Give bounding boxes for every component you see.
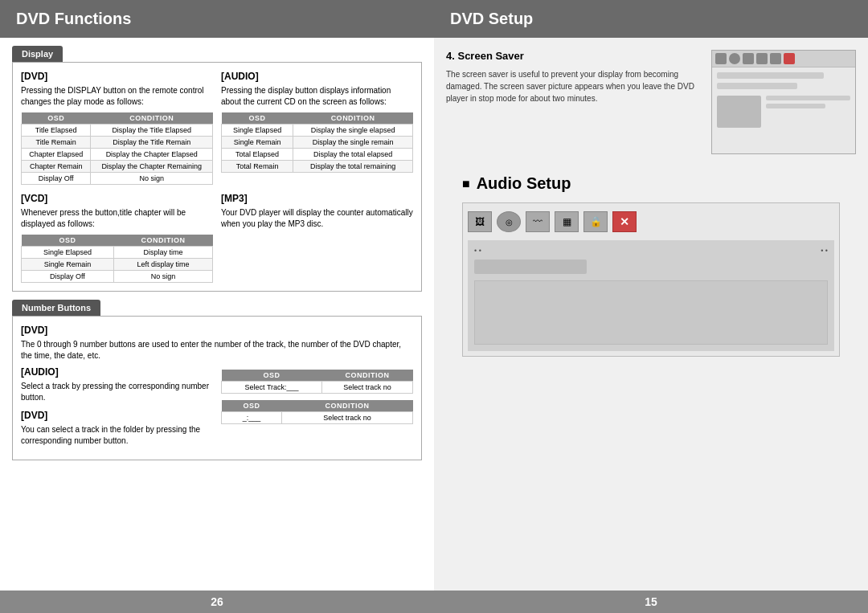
left-panel-header: DVD Functions	[0, 0, 434, 38]
audio-icon-wave: 〰	[526, 211, 550, 232]
table-row: Select Track:___Select track no	[222, 382, 413, 394]
display-tab: Display	[12, 46, 63, 62]
right-title: DVD Setup	[450, 10, 533, 27]
nb-dvd2-header-osd: OSD	[222, 400, 282, 412]
right-content: 4. Screen Saver The screen saver is usef…	[434, 38, 868, 591]
audio-dots-left: • •	[474, 247, 481, 255]
dvd-table-header-condition: CONDITION	[91, 112, 213, 125]
left-page-number: 26	[211, 595, 223, 608]
nb-dvd2-title: [DVD]	[21, 410, 213, 421]
table-row: Display OffNo sign	[22, 271, 213, 283]
audio-text: Pressing the display button displays inf…	[221, 85, 413, 108]
mockup-content	[712, 67, 855, 133]
display-two-col: [DVD] Pressing the DISPLAY button on the…	[21, 71, 413, 185]
table-row: Title RemainDisplay the Title Remain	[22, 137, 213, 149]
display-box: [DVD] Pressing the DISPLAY button on the…	[12, 62, 422, 292]
right-footer: 15	[434, 591, 868, 613]
mockup-subline-1	[766, 96, 850, 100]
left-panel: DVD Functions Display [DVD] Pressing the…	[0, 0, 434, 613]
table-row: Total RemainDisplay the total remaining	[222, 161, 413, 173]
table-row: Display OffNo sign	[22, 173, 213, 185]
table-row: Single ElapsedDisplay time	[22, 247, 213, 259]
vcd-table: OSD CONDITION Single ElapsedDisplay time…	[21, 235, 213, 283]
mp3-title: [MP3]	[221, 193, 413, 204]
audio-icon-disc: ◎	[497, 211, 521, 232]
nb-dvd2-table: OSD CONDITION _:___Select track no	[221, 400, 413, 424]
screen-saver-number: 4.	[446, 50, 457, 62]
audio-mockup-content: • • • •	[468, 240, 834, 351]
right-panel-header: DVD Setup	[434, 0, 868, 38]
nb-audio-title: [AUDIO]	[21, 366, 213, 378]
mockup-line-1	[717, 72, 824, 79]
audio-col: [AUDIO] Pressing the display button disp…	[221, 71, 413, 185]
audio-icon-grid: ▦	[555, 211, 579, 232]
table-row: Single RemainLeft display time	[22, 259, 213, 271]
mockup-icon-3	[743, 53, 754, 64]
dvd-col: [DVD] Pressing the DISPLAY button on the…	[21, 71, 213, 185]
nb-audio-header-condition: CONDITION	[322, 370, 413, 382]
nb-audio-text: Select a track by pressing the correspon…	[21, 381, 213, 403]
audio-setup-title: Audio Setup	[462, 174, 840, 193]
mockup-toolbar	[712, 51, 855, 67]
audio-mockup-display	[474, 280, 828, 345]
nb-audio-table: OSD CONDITION Select Track:___Select tra…	[221, 370, 413, 394]
nb-dvd2-header-condition: CONDITION	[281, 400, 412, 412]
mockup-icon-2	[729, 53, 740, 64]
vcd-text: Whenever press the button,title chapter …	[21, 207, 213, 230]
vcd-col: [VCD] Whenever press the button,title ch…	[21, 193, 213, 283]
number-buttons-section: Number Buttons [DVD] The 0 through 9 num…	[12, 300, 422, 460]
audio-table-header-condition: CONDITION	[293, 112, 413, 125]
dvd-text: Pressing the DISPLAY button on the remot…	[21, 85, 213, 108]
audio-mockup-dots-row: • • • •	[474, 247, 828, 255]
audio-table: OSD CONDITION Single ElapsedDisplay the …	[221, 112, 413, 173]
audio-dots-right: • •	[821, 247, 828, 255]
screen-saver-title-text: Screen Saver	[457, 50, 523, 62]
mp3-text: Your DVD player will display the counter…	[221, 207, 413, 230]
audio-mockup-toolbar: 🖼 ◎ 〰 ▦ 🔒 ✕	[468, 208, 834, 235]
vcd-table-header-condition: CONDITION	[113, 235, 212, 247]
nb-audio-header-osd: OSD	[222, 370, 322, 382]
number-tab: Number Buttons	[12, 300, 100, 316]
nb-tables-col: OSD CONDITION Select Track:___Select tra…	[221, 366, 413, 452]
nb-dvd-text: The 0 through 9 number buttons are used …	[21, 339, 413, 362]
audio-icon-close: ✕	[612, 211, 637, 232]
number-box: [DVD] The 0 through 9 number buttons are…	[12, 316, 422, 460]
audio-mockup-bar	[474, 260, 587, 274]
table-row: Single ElapsedDisplay the single elapsed	[222, 125, 413, 137]
audio-icon-lock: 🔒	[583, 211, 608, 232]
mockup-icon-1	[715, 53, 727, 64]
mockup-icon-6	[784, 53, 795, 64]
vcd-table-header-osd: OSD	[22, 235, 114, 247]
mockup-icon-5	[770, 53, 781, 64]
table-row: _:___Select track no	[222, 412, 413, 424]
audio-icon-photo: 🖼	[468, 211, 492, 232]
nb-audio-col: [AUDIO] Select a track by pressing the c…	[21, 366, 213, 452]
dvd-table-header-osd: OSD	[22, 112, 91, 125]
audio-mockup: 🖼 ◎ 〰 ▦ 🔒 ✕ • • • •	[462, 202, 840, 357]
screen-saver-section: 4. Screen Saver The screen saver is usef…	[446, 46, 856, 166]
table-row: Total ElapsedDisplay the total elapsed	[222, 149, 413, 161]
mockup-subline-2	[766, 104, 825, 108]
nb-bottom-col: [AUDIO] Select a track by pressing the c…	[21, 366, 413, 452]
table-row: Title ElapsedDisplay the Title Elapsed	[22, 125, 213, 137]
nb-dvd2-text: You can select a track in the folder by …	[21, 424, 213, 447]
vcd-mp3-col: [VCD] Whenever press the button,title ch…	[21, 193, 413, 283]
audio-table-header-osd: OSD	[222, 112, 293, 125]
mp3-col: [MP3] Your DVD player will display the c…	[221, 193, 413, 283]
screen-saver-mockup	[711, 50, 856, 154]
left-footer: 26	[0, 591, 434, 613]
dvd-title: [DVD]	[21, 71, 213, 82]
display-section: Display [DVD] Pressing the DISPLAY butto…	[12, 46, 422, 292]
dvd-table: OSD CONDITION Title ElapsedDisplay the T…	[21, 112, 213, 185]
audio-title: [AUDIO]	[221, 71, 413, 82]
nb-dvd-title: [DVD]	[21, 325, 413, 336]
vcd-title: [VCD]	[21, 193, 213, 204]
right-panel: DVD Setup	[434, 0, 868, 613]
left-title: DVD Functions	[16, 10, 131, 27]
mockup-thumb-lines	[766, 96, 850, 128]
table-row: Single RemainDisplay the single remain	[222, 137, 413, 149]
mockup-thumb-1	[717, 96, 761, 128]
audio-setup-section: Audio Setup 🖼 ◎ 〰 ▦ 🔒 ✕ • • • •	[446, 166, 856, 365]
table-row: Chapter ElapsedDisplay the Chapter Elaps…	[22, 149, 213, 161]
mockup-icon-4	[756, 53, 768, 64]
